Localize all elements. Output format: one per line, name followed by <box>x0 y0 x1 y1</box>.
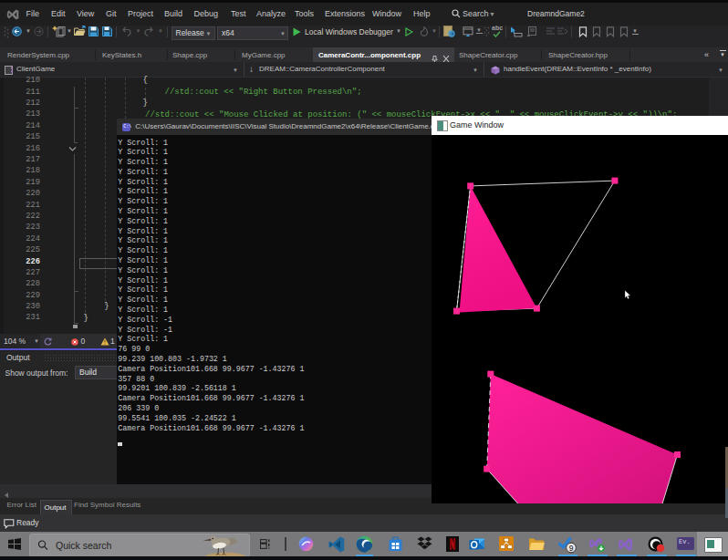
svg-text:9: 9 <box>569 544 574 553</box>
